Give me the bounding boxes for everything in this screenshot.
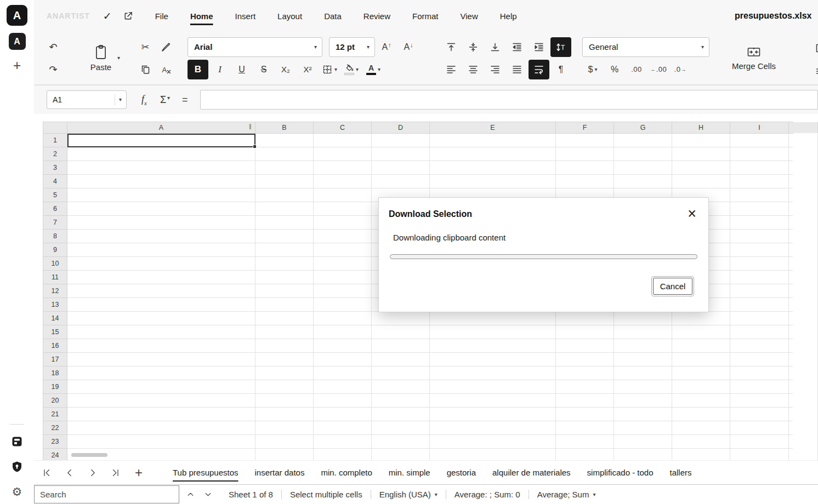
column-header-partial[interactable] <box>789 122 818 133</box>
font-color-caret-icon[interactable]: ▾ <box>378 67 380 72</box>
menu-item-insert[interactable]: Insert <box>224 7 267 25</box>
next-sheet-button[interactable] <box>81 462 104 484</box>
row-header-9[interactable]: 9 <box>43 243 67 257</box>
menu-item-data[interactable]: Data <box>313 7 353 25</box>
borders-caret-icon[interactable]: ▾ <box>334 67 337 72</box>
menu-item-view[interactable]: View <box>450 7 489 25</box>
menu-item-layout[interactable]: Layout <box>266 7 313 25</box>
decrease-font-button[interactable]: A↓ <box>398 37 419 57</box>
underline-button[interactable]: U <box>231 60 252 79</box>
decrease-indent-button[interactable] <box>507 37 527 57</box>
fill-handle[interactable] <box>253 145 257 148</box>
bold-button[interactable]: B <box>188 60 208 79</box>
align-center-button[interactable] <box>463 60 484 79</box>
clear-style-button[interactable]: A <box>156 60 177 79</box>
previous-sheet-button[interactable] <box>58 462 81 484</box>
increase-font-button[interactable]: A↑ <box>376 37 397 57</box>
autosum-caret-icon[interactable]: ▾ <box>167 95 170 101</box>
sheet-tab-min-simple[interactable]: min. simple <box>380 461 439 484</box>
align-bottom-button[interactable] <box>485 37 505 57</box>
row-header-3[interactable]: 3 <box>43 161 67 175</box>
last-sheet-button[interactable] <box>104 462 127 484</box>
copy-button[interactable] <box>135 60 156 79</box>
font-name-select[interactable]: Arial ▾ <box>188 37 322 57</box>
search-input[interactable] <box>34 485 179 503</box>
row-header-13[interactable]: 13 <box>43 298 67 312</box>
redo-button[interactable]: ↷ <box>43 60 64 79</box>
insert-function-button[interactable]: fx <box>141 94 147 106</box>
cell-reference-box[interactable]: A1 ▾ <box>47 90 127 109</box>
row-header-19[interactable]: 19 <box>43 380 67 394</box>
row-header-1[interactable]: 1 <box>43 134 67 147</box>
increase-indent-button[interactable] <box>529 37 549 57</box>
dialog-close-button[interactable]: × <box>688 208 696 220</box>
comma-style-button[interactable]: .00 <box>626 60 647 79</box>
row-header-10[interactable]: 10 <box>43 257 67 271</box>
cellref-caret-icon[interactable]: ▾ <box>119 97 122 102</box>
row-header-6[interactable]: 6 <box>43 202 67 216</box>
currency-caret-icon[interactable]: ▾ <box>594 67 597 72</box>
clipped-toolbar-button-bottom[interactable] <box>809 61 818 81</box>
column-header-A[interactable]: A∥ <box>67 122 255 133</box>
superscript-button[interactable]: X² <box>297 60 318 79</box>
settings-gear-icon[interactable]: ⚙ <box>12 486 22 497</box>
percent-style-button[interactable]: % <box>604 60 625 79</box>
row-header-17[interactable]: 17 <box>43 353 67 366</box>
decrease-decimal-button[interactable]: ←.00 <box>648 60 669 79</box>
number-format-select[interactable]: General ▾ <box>582 37 709 57</box>
subscript-button[interactable]: X₂ <box>275 60 296 79</box>
column-header-D[interactable]: D <box>372 122 430 133</box>
column-header-G[interactable]: G <box>614 122 672 133</box>
sheet-tab-alquiler-de-materiales[interactable]: alquiler de materiales <box>484 461 579 484</box>
borders-button[interactable]: ▾ <box>319 60 340 79</box>
wrap-text-button[interactable] <box>529 60 549 79</box>
clipped-toolbar-button-top[interactable] <box>809 38 818 58</box>
text-direction-button[interactable]: ¶ <box>550 60 571 79</box>
app-logo[interactable]: A <box>7 5 27 26</box>
saved-check-icon[interactable]: ✓ <box>103 11 112 21</box>
row-header-12[interactable]: 12 <box>43 284 67 298</box>
sheet-tab-gestoria[interactable]: gestoria <box>439 461 484 484</box>
menu-item-help[interactable]: Help <box>489 7 528 25</box>
first-sheet-button[interactable] <box>35 462 58 484</box>
column-header-F[interactable]: F <box>556 122 614 133</box>
equals-button[interactable]: = <box>182 94 188 106</box>
sheet-tab-tallers[interactable]: tallers <box>662 461 700 484</box>
column-header-I[interactable]: I <box>730 122 789 133</box>
row-header-7[interactable]: 7 <box>43 216 67 230</box>
cut-button[interactable]: ✂ <box>135 37 156 57</box>
align-top-button[interactable] <box>441 37 462 57</box>
align-left-button[interactable] <box>441 60 462 79</box>
row-header-22[interactable]: 22 <box>43 421 67 435</box>
column-header-E[interactable]: E <box>430 122 556 133</box>
column-header-H[interactable]: H <box>672 122 730 133</box>
search-previous-button[interactable] <box>184 486 197 503</box>
autosum-button[interactable]: Σ▾ <box>160 94 170 106</box>
row-header-20[interactable]: 20 <box>43 394 67 408</box>
row-header-16[interactable]: 16 <box>43 339 67 353</box>
feedback-icon[interactable] <box>11 436 23 450</box>
aggregate-selector[interactable]: Average; Sum▾ <box>537 490 596 499</box>
sheet-tab-insertar-datos[interactable]: insertar datos <box>247 461 313 484</box>
row-header-21[interactable]: 21 <box>43 408 67 421</box>
language-select[interactable]: English (USA)▾ <box>379 490 438 499</box>
increase-decimal-button[interactable]: .0→ <box>670 60 691 79</box>
fill-color-caret-icon[interactable]: ▾ <box>356 67 359 72</box>
font-size-select[interactable]: 12 pt ▾ <box>329 37 375 57</box>
search-next-button[interactable] <box>201 486 214 503</box>
undo-button[interactable]: ↶ <box>43 37 64 57</box>
formula-input[interactable] <box>200 90 818 110</box>
menu-item-home[interactable]: Home <box>179 7 224 25</box>
selection-mode-label[interactable]: Select multiple cells <box>290 490 362 499</box>
paste-button[interactable]: Paste ▾ <box>78 36 124 80</box>
paste-caret-icon[interactable]: ▾ <box>117 55 120 61</box>
menu-item-format[interactable]: Format <box>401 7 450 25</box>
row-header-4[interactable]: 4 <box>43 175 67 188</box>
open-external-icon[interactable] <box>123 11 133 21</box>
protection-icon[interactable] <box>12 461 22 475</box>
text-orientation-button[interactable]: T <box>550 37 571 57</box>
row-header-8[interactable]: 8 <box>43 230 67 243</box>
row-header-11[interactable]: 11 <box>43 271 67 284</box>
new-document-button[interactable]: + <box>13 59 21 72</box>
document-tab-icon[interactable]: A <box>9 33 26 50</box>
